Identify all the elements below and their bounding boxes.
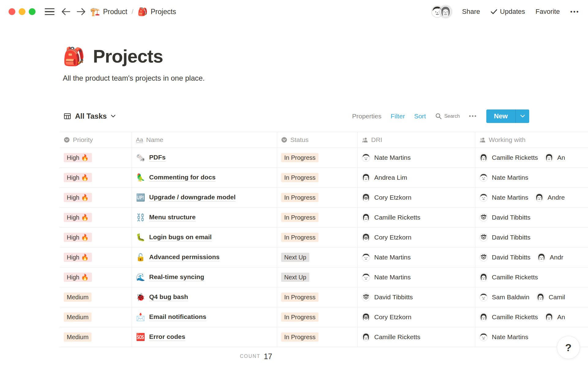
table-row[interactable]: Medium🐞Q4 bug bashIn ProgressDavid Tibbi… [60,287,588,307]
close-window-button[interactable] [9,8,15,15]
working-with-cell[interactable]: Nate Martins [475,168,588,187]
priority-cell[interactable]: Medium [60,327,132,347]
name-cell[interactable]: ⛓️Menu structure [132,208,277,227]
name-cell[interactable]: 🐞Q4 bug bash [132,287,277,307]
filter-button[interactable]: Filter [390,113,405,120]
priority-cell[interactable]: High 🔥 [60,228,132,247]
page-title[interactable]: Projects [93,45,163,67]
forward-button[interactable] [75,6,87,17]
priority-cell[interactable]: Medium [60,307,132,327]
column-header-name[interactable]: Aa Name [132,132,277,148]
status-cell[interactable]: In Progress [277,188,358,207]
dri-cell[interactable]: David Tibbitts [358,287,475,307]
table-row[interactable]: High 🔥🌊Real-time syncingNext UpNate Mart… [60,267,588,287]
name-cell[interactable]: 🌊Real-time syncing [132,267,277,287]
breadcrumb-item-projects[interactable]: 🎒 Projects [138,7,176,17]
minimize-window-button[interactable] [19,8,25,15]
page-link[interactable]: Advanced permissions [149,253,220,261]
working-with-cell[interactable]: David Tibbitts [475,228,588,247]
column-header-priority[interactable]: Priority [60,132,132,148]
status-cell[interactable]: Next Up [277,247,358,267]
page-link[interactable]: Commenting for docs [149,174,216,182]
page-link[interactable]: PDFs [149,154,166,162]
working-with-cell[interactable]: Camille RickettsAn [475,148,588,167]
updates-button[interactable]: Updates [491,8,525,16]
view-switcher[interactable]: All Tasks [60,112,115,121]
status-cell[interactable]: Next Up [277,267,358,287]
name-cell[interactable]: 🐛Login bugs on email [132,228,277,247]
table-row[interactable]: Medium📩Email notificationsIn ProgressCor… [60,307,588,327]
dri-cell[interactable]: Camille Ricketts [358,208,475,227]
priority-cell[interactable]: High 🔥 [60,208,132,227]
page-description[interactable]: All the product team's projects in one p… [60,74,588,83]
sidebar-menu-icon[interactable] [45,8,55,15]
working-with-cell[interactable]: Sam BaldwinCamil [475,287,588,307]
name-cell[interactable]: 🔓Advanced permissions [132,247,277,267]
page-link[interactable]: Login bugs on email [149,233,212,241]
page-link[interactable]: Upgrade / downgrade model [149,194,236,201]
working-with-cell[interactable]: David TibbittsAndr [475,247,588,267]
priority-cell[interactable]: High 🔥 [60,188,132,207]
search-button[interactable]: Search [435,113,460,120]
table-row[interactable]: High 🔥🆙Upgrade / downgrade modelIn Progr… [60,188,588,208]
properties-button[interactable]: Properties [352,113,382,120]
dri-cell[interactable]: Andrea Lim [358,168,475,187]
status-cell[interactable]: In Progress [277,287,358,307]
page-link[interactable]: Email notifications [149,313,206,321]
column-header-status[interactable]: Status [277,132,358,148]
sort-button[interactable]: Sort [414,113,426,120]
working-with-cell[interactable]: Camille RickettsAn [475,307,588,327]
status-cell[interactable]: In Progress [277,228,358,247]
dri-cell[interactable]: Nate Martins [358,148,475,167]
view-more-options-icon[interactable]: ••• [469,113,477,120]
status-cell[interactable]: In Progress [277,148,358,167]
name-cell[interactable]: 🦜Commenting for docs [132,168,277,187]
table-row[interactable]: Medium🆘Error codesIn ProgressCamille Ric… [60,327,588,347]
working-with-cell[interactable]: Nate MartinsAndre [475,188,588,207]
dri-cell[interactable]: Cory Etzkorn [358,228,475,247]
table-row[interactable]: High 🔥🔓Advanced permissionsNext UpNate M… [60,247,588,267]
priority-cell[interactable]: Medium [60,287,132,307]
status-cell[interactable]: In Progress [277,208,358,227]
name-cell[interactable]: 🆘Error codes [132,327,277,347]
priority-cell[interactable]: High 🔥 [60,148,132,167]
page-icon-backpack-emoji[interactable]: 🎒 [63,48,85,65]
dri-cell[interactable]: Camille Ricketts [358,327,475,347]
priority-cell[interactable]: High 🔥 [60,168,132,187]
working-with-cell[interactable]: Camille Ricketts [475,267,588,287]
collaborator-avatars[interactable] [431,6,452,18]
page-link[interactable]: Error codes [149,333,185,341]
zoom-window-button[interactable] [29,8,36,15]
new-button[interactable]: New [486,109,529,123]
breadcrumb-item-product[interactable]: 🏗️ Product [90,7,127,17]
column-header-dri[interactable]: DRI [358,132,475,148]
priority-cell[interactable]: High 🔥 [60,267,132,287]
share-button[interactable]: Share [462,8,480,16]
dri-cell[interactable]: Cory Etzkorn [358,188,475,207]
name-cell[interactable]: 🗞️PDFs [132,148,277,167]
page-link[interactable]: Q4 bug bash [149,293,188,301]
status-cell[interactable]: In Progress [277,168,358,187]
column-header-working-with[interactable]: Working with [475,132,588,148]
back-button[interactable] [60,6,72,17]
priority-cell[interactable]: High 🔥 [60,247,132,267]
count-calculation[interactable]: COUNT 17 [132,347,277,366]
favorite-button[interactable]: Favorite [536,8,560,16]
new-dropdown-button[interactable] [516,109,529,123]
table-row[interactable]: High 🔥🦜Commenting for docsIn ProgressAnd… [60,168,588,188]
table-row[interactable]: High 🔥⛓️Menu structureIn ProgressCamille… [60,208,588,228]
status-cell[interactable]: In Progress [277,307,358,327]
table-row[interactable]: High 🔥🐛Login bugs on emailIn ProgressCor… [60,228,588,247]
dri-cell[interactable]: Nate Martins [358,247,475,267]
more-options-icon[interactable]: ••• [570,8,579,15]
page-link[interactable]: Menu structure [149,213,196,221]
dri-cell[interactable]: Nate Martins [358,267,475,287]
dri-cell[interactable]: Cory Etzkorn [358,307,475,327]
help-button[interactable]: ? [557,336,580,359]
status-cell[interactable]: In Progress [277,327,358,347]
working-with-cell[interactable]: David Tibbitts [475,208,588,227]
table-row[interactable]: High 🔥🗞️PDFsIn ProgressNate MartinsCamil… [60,148,588,168]
page-link[interactable]: Real-time syncing [149,273,204,281]
name-cell[interactable]: 📩Email notifications [132,307,277,327]
name-cell[interactable]: 🆙Upgrade / downgrade model [132,188,277,207]
